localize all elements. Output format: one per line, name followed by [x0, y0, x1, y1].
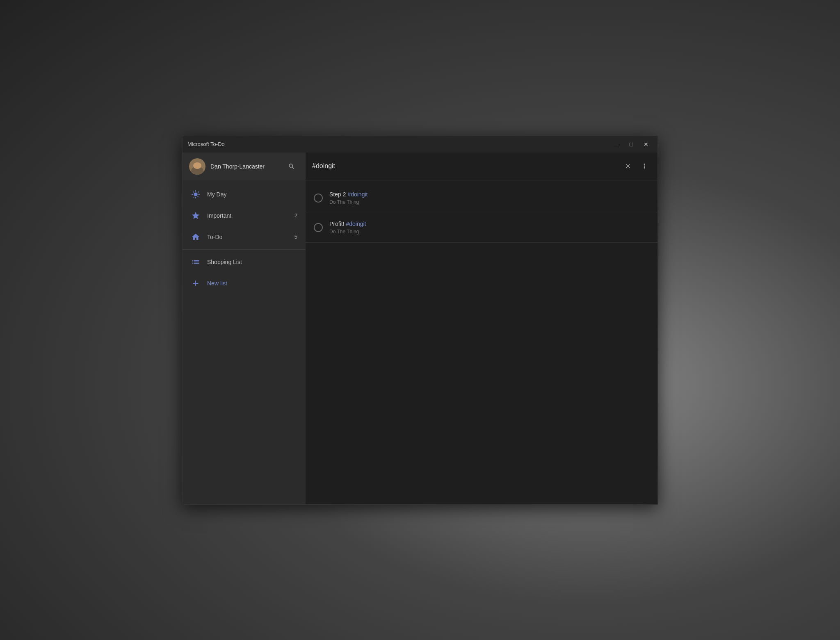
search-bar — [306, 153, 657, 180]
sidebar-nav: My Day Important 2 — [183, 180, 306, 297]
app-window: Microsoft To-Do — □ ✕ Dan Thorp-Lancaste… — [182, 136, 658, 505]
window-title: Microsoft To-Do — [187, 141, 225, 147]
result-subtitle-2: Do The Thing — [329, 229, 649, 235]
result-item-1[interactable]: Step 2 #doingit Do The Thing — [306, 184, 657, 213]
search-clear-button[interactable] — [621, 159, 635, 173]
result-item-2[interactable]: Profit! #doingit Do The Thing — [306, 213, 657, 243]
search-input[interactable] — [312, 162, 618, 170]
sidebar-item-label-todo: To-Do — [207, 234, 283, 240]
more-icon — [641, 162, 648, 170]
todo-badge: 5 — [289, 234, 297, 240]
app-body: Dan Thorp-Lancaster My Day — [183, 153, 657, 504]
star-icon — [191, 211, 201, 221]
home-icon — [191, 232, 201, 242]
search-input-wrapper — [312, 162, 618, 170]
sidebar-item-label-shopping: Shopping List — [207, 259, 297, 265]
user-header[interactable]: Dan Thorp-Lancaster — [183, 153, 306, 180]
new-list-button[interactable]: New list — [183, 273, 306, 294]
sun-icon — [191, 189, 201, 199]
task-checkbox-2[interactable] — [314, 223, 323, 232]
result-title-tag-2: #doingit — [346, 221, 366, 227]
maximize-button[interactable]: □ — [625, 139, 638, 150]
minimize-button[interactable]: — — [610, 139, 623, 150]
sidebar-item-todo[interactable]: To-Do 5 — [183, 226, 306, 248]
sidebar-item-important[interactable]: Important 2 — [183, 205, 306, 226]
result-subtitle-1: Do The Thing — [329, 199, 649, 205]
result-title-plain-2: Profit! — [329, 221, 346, 227]
close-button[interactable]: ✕ — [639, 139, 653, 150]
result-title-plain-1: Step 2 — [329, 191, 347, 198]
list-icon — [191, 257, 201, 267]
search-more-button[interactable] — [638, 159, 651, 173]
user-name: Dan Thorp-Lancaster — [210, 163, 279, 170]
result-title-1: Step 2 #doingit — [329, 191, 649, 198]
window-controls: — □ ✕ — [610, 139, 653, 150]
result-text-2: Profit! #doingit Do The Thing — [329, 221, 649, 235]
search-icon — [288, 163, 295, 170]
result-title-2: Profit! #doingit — [329, 221, 649, 227]
avatar — [189, 158, 205, 175]
result-title-tag-1: #doingit — [347, 191, 368, 198]
task-checkbox-1[interactable] — [314, 194, 323, 203]
sidebar: Dan Thorp-Lancaster My Day — [183, 153, 306, 504]
title-bar: Microsoft To-Do — □ ✕ — [183, 136, 657, 153]
sidebar-divider — [183, 249, 306, 250]
content-area: Step 2 #doingit Do The Thing Profit! #do… — [306, 153, 657, 504]
search-results: Step 2 #doingit Do The Thing Profit! #do… — [306, 180, 657, 504]
new-list-label: New list — [207, 280, 297, 287]
important-badge: 2 — [289, 212, 297, 219]
sidebar-item-my-day[interactable]: My Day — [183, 184, 306, 205]
result-text-1: Step 2 #doingit Do The Thing — [329, 191, 649, 205]
sidebar-item-label-important: Important — [207, 212, 283, 219]
clear-icon — [625, 163, 631, 169]
sidebar-item-label-my-day: My Day — [207, 191, 297, 198]
sidebar-item-shopping-list[interactable]: Shopping List — [183, 251, 306, 273]
plus-icon — [191, 278, 201, 288]
sidebar-search-button[interactable] — [284, 159, 299, 174]
